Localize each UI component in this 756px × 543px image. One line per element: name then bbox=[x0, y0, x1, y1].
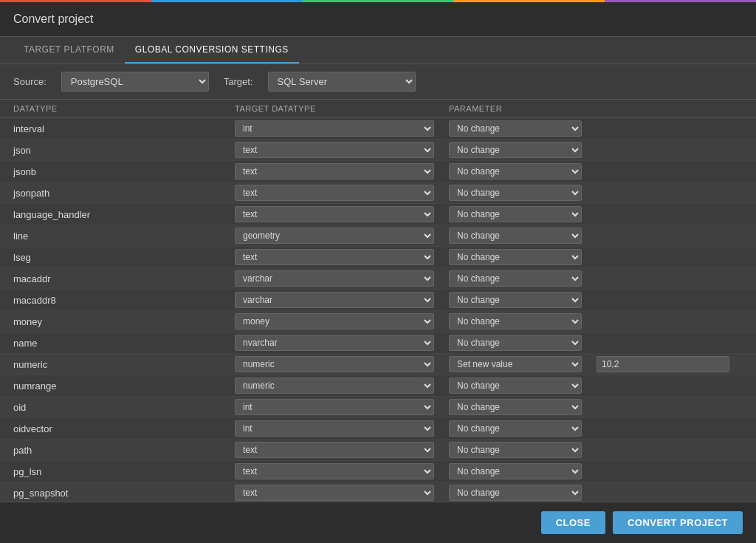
target-datatype-select[interactable]: int bbox=[235, 399, 434, 415]
parameter-select[interactable]: No change bbox=[449, 485, 582, 501]
tab-bar: TARGET PLATFORM GLOBAL CONVERSION SETTIN… bbox=[0, 37, 756, 64]
table-row: jsontextNo change bbox=[0, 140, 756, 161]
datatype-cell: path bbox=[13, 445, 235, 456]
table-header: DATATYPE TARGET DATATYPE PARAMETER bbox=[0, 100, 756, 118]
col-header-target: TARGET DATATYPE bbox=[235, 104, 449, 113]
datatype-cell: interval bbox=[13, 123, 235, 134]
source-select[interactable]: PostgreSQL bbox=[61, 72, 209, 92]
parameter-select[interactable]: No change bbox=[449, 206, 582, 222]
parameter-select[interactable]: No change bbox=[449, 249, 582, 265]
table-row: namenvarcharNo change bbox=[0, 332, 756, 354]
table-body: intervalintNo changejsontextNo changejso… bbox=[0, 118, 756, 502]
target-datatype-select[interactable]: text bbox=[235, 206, 434, 222]
target-datatype-select[interactable]: nvarchar bbox=[235, 335, 434, 351]
datatype-cell: numeric bbox=[13, 359, 235, 370]
target-datatype-select[interactable]: text bbox=[235, 185, 434, 201]
target-datatype-select[interactable]: money bbox=[235, 313, 434, 329]
dialog-title: Convert project bbox=[0, 2, 756, 37]
parameter-select[interactable]: No change bbox=[449, 335, 582, 351]
target-datatype-select[interactable]: varchar bbox=[235, 292, 434, 308]
datatype-cell: json bbox=[13, 145, 235, 156]
parameter-select[interactable]: No change bbox=[449, 420, 582, 437]
table-row: pathtextNo change bbox=[0, 440, 756, 461]
datatype-cell: pg_snapshot bbox=[13, 488, 235, 499]
parameter-select[interactable]: No change bbox=[449, 292, 582, 308]
datatype-cell: jsonpath bbox=[13, 188, 235, 199]
target-datatype-select[interactable]: varchar bbox=[235, 270, 434, 287]
target-datatype-select[interactable]: text bbox=[235, 463, 434, 479]
table-row: numrangenumericNo change bbox=[0, 375, 756, 397]
table-row: language_handlertextNo change bbox=[0, 204, 756, 225]
parameter-select[interactable]: No change bbox=[449, 378, 582, 394]
parameter-select[interactable]: No change bbox=[449, 313, 582, 329]
target-datatype-select[interactable]: text bbox=[235, 142, 434, 158]
tab-target-platform[interactable]: TARGET PLATFORM bbox=[13, 37, 125, 64]
col-header-datatype: DATATYPE bbox=[13, 104, 235, 113]
parameter-input[interactable] bbox=[597, 356, 729, 372]
table-row: macaddr8varcharNo change bbox=[0, 290, 756, 311]
datatype-cell: numrange bbox=[13, 380, 235, 392]
table-row: intervalintNo change bbox=[0, 118, 756, 140]
table-row: oidvectorintNo change bbox=[0, 418, 756, 440]
datatype-cell: pg_lsn bbox=[13, 466, 235, 477]
convert-project-button[interactable]: CONVERT PROJECT bbox=[613, 511, 743, 534]
tab-global-conversion-settings[interactable]: GLOBAL CONVERSION SETTINGS bbox=[125, 37, 299, 64]
title-text: Convert project bbox=[13, 13, 94, 25]
convert-project-dialog: Convert project TARGET PLATFORM GLOBAL C… bbox=[0, 0, 756, 543]
table-row: moneymoneyNo change bbox=[0, 311, 756, 332]
table-row: oidintNo change bbox=[0, 397, 756, 418]
table-row: pg_snapshottextNo change bbox=[0, 482, 756, 502]
target-label: Target: bbox=[224, 76, 253, 87]
target-datatype-select[interactable]: int bbox=[235, 120, 434, 137]
table-row: macaddrvarcharNo change bbox=[0, 268, 756, 290]
datatype-cell: jsonb bbox=[13, 166, 235, 177]
parameter-select[interactable]: No change bbox=[449, 463, 582, 479]
parameter-select[interactable]: No change bbox=[449, 120, 582, 137]
datatype-cell: money bbox=[13, 316, 235, 327]
table-row: jsonpathtextNo change bbox=[0, 182, 756, 204]
datatype-cell: oidvector bbox=[13, 423, 235, 434]
table-row: jsonbtextNo change bbox=[0, 161, 756, 182]
parameter-select[interactable]: No change bbox=[449, 270, 582, 287]
parameter-select[interactable]: No change bbox=[449, 399, 582, 415]
table-row: pg_lsntextNo change bbox=[0, 461, 756, 482]
target-datatype-select[interactable]: int bbox=[235, 420, 434, 437]
datatype-cell: macaddr8 bbox=[13, 295, 235, 306]
datatype-cell: oid bbox=[13, 402, 235, 413]
datatype-cell: macaddr bbox=[13, 273, 235, 284]
parameter-select[interactable]: No change bbox=[449, 442, 582, 458]
table-row: numericnumericSet new value bbox=[0, 354, 756, 375]
col-header-parameter: PARAMETER bbox=[449, 104, 597, 113]
target-datatype-select[interactable]: geometry bbox=[235, 228, 434, 244]
parameter-select[interactable]: No change bbox=[449, 228, 582, 244]
target-datatype-select[interactable]: text bbox=[235, 163, 434, 180]
table-row: lsegtextNo change bbox=[0, 247, 756, 268]
target-datatype-select[interactable]: text bbox=[235, 249, 434, 265]
datatype-cell: language_handler bbox=[13, 209, 235, 220]
target-select[interactable]: SQL Server bbox=[268, 72, 416, 92]
table-row: linegeometryNo change bbox=[0, 225, 756, 247]
target-datatype-select[interactable]: text bbox=[235, 442, 434, 458]
target-datatype-select[interactable]: numeric bbox=[235, 378, 434, 394]
source-target-row: Source: PostgreSQL Target: SQL Server bbox=[0, 64, 756, 100]
target-datatype-select[interactable]: numeric bbox=[235, 356, 434, 372]
datatype-cell: lseg bbox=[13, 252, 235, 263]
parameter-select[interactable]: No change bbox=[449, 185, 582, 201]
source-label: Source: bbox=[13, 76, 47, 87]
target-datatype-select[interactable]: text bbox=[235, 485, 434, 501]
parameter-select[interactable]: No change bbox=[449, 163, 582, 180]
datatype-cell: name bbox=[13, 338, 235, 349]
parameter-select[interactable]: No change bbox=[449, 142, 582, 158]
footer: CLOSE CONVERT PROJECT bbox=[0, 502, 756, 543]
parameter-select[interactable]: Set new value bbox=[449, 356, 582, 372]
datatype-cell: line bbox=[13, 230, 235, 242]
close-button[interactable]: CLOSE bbox=[541, 511, 605, 534]
